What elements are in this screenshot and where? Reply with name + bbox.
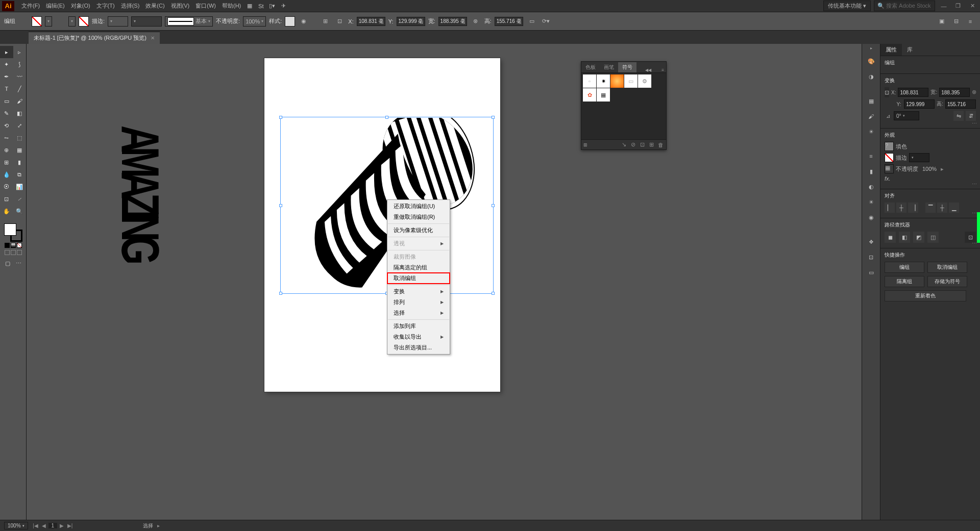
gradient-panel-icon[interactable]: ▮ <box>865 165 877 178</box>
panel-menu-icon[interactable]: ≡ <box>659 68 666 72</box>
transparency-icon[interactable]: ◐ <box>865 181 877 193</box>
isolate-icon[interactable]: ▣ <box>936 16 947 27</box>
place-symbol-icon[interactable]: ↘ <box>620 141 627 148</box>
next-artboard[interactable]: ▶ <box>58 523 65 528</box>
symbols-icon[interactable]: ☀ <box>865 125 877 138</box>
document-tab[interactable]: 未标题-1 [已恢复]* @ 100% (RGB/GPU 预览) ✕ <box>29 32 160 44</box>
menu-view[interactable]: 视图(V) <box>168 1 193 11</box>
hand-tool[interactable]: ✋ <box>0 205 13 217</box>
fx-label[interactable]: fx. <box>885 175 891 182</box>
artboard-tool[interactable]: ⊡ <box>0 193 13 205</box>
recolor-icon[interactable]: ◉ <box>298 16 309 27</box>
brushes-icon[interactable]: 🖌 <box>865 110 877 122</box>
brush-def[interactable]: 基本 <box>165 16 213 27</box>
free-transform-tool[interactable]: ⬚ <box>13 132 27 144</box>
symbol-item[interactable] <box>610 74 624 88</box>
menu-help[interactable]: 帮助(H) <box>219 1 244 11</box>
context-menu-item[interactable]: 设为像素级优化 <box>387 225 450 236</box>
opacity-value[interactable]: 100% <box>243 16 266 27</box>
pen-tool[interactable]: ✒ <box>0 70 13 83</box>
symbol-item[interactable]: ▭ <box>624 74 638 88</box>
paintbrush-tool[interactable]: 🖌 <box>13 95 27 107</box>
prev-artboard[interactable]: ◀ <box>40 523 47 528</box>
lasso-tool[interactable]: ⟆ <box>13 58 27 70</box>
new-symbol-icon[interactable]: ⊞ <box>648 141 655 148</box>
mask-icon[interactable]: ⊟ <box>950 16 962 27</box>
libraries-tab[interactable]: 库 <box>902 44 918 56</box>
color-panel-icon[interactable]: 🎨 <box>865 55 877 67</box>
context-menu-item[interactable]: 添加到库 <box>387 321 450 332</box>
artboard-number[interactable]: 1 <box>48 523 58 528</box>
menu-select[interactable]: 选择(S) <box>118 1 143 11</box>
first-artboard[interactable]: |◀ <box>32 523 39 528</box>
tool-options[interactable]: ⋯ <box>13 257 24 269</box>
context-menu-item[interactable]: 重做取消编组(R) <box>387 212 450 222</box>
style-swatch[interactable] <box>285 16 295 27</box>
align-bottom[interactable]: ▁ <box>949 203 959 213</box>
symbol-item[interactable]: ✷ <box>597 74 610 88</box>
link-icon[interactable]: ⊗ <box>972 89 976 96</box>
symbol-item[interactable]: ▦ <box>597 88 610 102</box>
qa-recolor[interactable]: 重新着色 <box>885 290 966 301</box>
curvature-tool[interactable]: 〰 <box>13 70 27 83</box>
align-vcenter[interactable]: ┼ <box>937 203 947 213</box>
transform-more[interactable]: ⋯ <box>972 120 977 126</box>
panel-tab-swatches[interactable]: 色板 <box>581 62 600 72</box>
eraser-tool[interactable]: ◧ <box>13 107 27 119</box>
menu-type[interactable]: 文字(T) <box>93 1 118 11</box>
qa-ungroup[interactable]: 取消编组 <box>927 262 967 273</box>
window-minimize[interactable]: — <box>938 2 949 10</box>
none-mode[interactable] <box>17 243 22 248</box>
workspace-switcher[interactable]: 传统基本功能 ▾ <box>823 1 871 11</box>
symbol-lib-icon[interactable]: ⊞ <box>583 142 587 147</box>
pf-unite[interactable]: ◼ <box>885 232 896 243</box>
stroke-dropdown[interactable] <box>68 16 76 27</box>
fill-indicator[interactable]: ? <box>885 142 894 151</box>
ref-point[interactable]: ⊡ <box>885 87 889 97</box>
type-tool[interactable]: T <box>0 83 13 95</box>
menu-object[interactable]: 对象(O) <box>68 1 93 11</box>
window-restore[interactable]: ❐ <box>952 2 964 10</box>
artboards-icon[interactable]: ▭ <box>865 266 877 279</box>
symbol-options-icon[interactable]: ⊡ <box>639 141 646 148</box>
magic-wand-tool[interactable]: ✦ <box>0 58 13 70</box>
sel-handle-mr[interactable] <box>492 204 495 207</box>
stroke-indicator[interactable] <box>885 153 894 162</box>
context-menu-item[interactable]: 排列▶ <box>387 297 450 308</box>
sel-handle-tr[interactable] <box>492 116 495 119</box>
sel-handle-tc[interactable] <box>385 116 388 119</box>
appearance-icon[interactable]: ☀ <box>865 196 877 208</box>
rotate-tool[interactable]: ⟲ <box>0 119 13 132</box>
align-more[interactable]: ⋯ <box>972 210 977 216</box>
eyedropper-tool[interactable]: 💧 <box>0 168 13 181</box>
shaper-tool[interactable]: ✎ <box>0 107 13 119</box>
fill-dropdown[interactable] <box>45 16 52 27</box>
draw-behind[interactable] <box>11 250 16 255</box>
screen-mode[interactable]: ▢ <box>2 257 13 269</box>
gradient-tool[interactable]: ▮ <box>13 156 27 168</box>
pf-minus[interactable]: ◧ <box>899 232 910 243</box>
link-wh-icon[interactable]: ⊗ <box>470 16 481 27</box>
perspective-tool[interactable]: ▦ <box>13 144 27 156</box>
stroke-weight[interactable] <box>108 16 128 27</box>
pathfinder-more[interactable]: ⋯ <box>972 240 977 246</box>
panel-tab-brushes[interactable]: 画笔 <box>600 62 618 72</box>
zoom-tool[interactable]: 🔍 <box>13 205 27 217</box>
panel-collapse-icon[interactable]: ◀◀ <box>643 68 653 72</box>
symbol-sprayer-tool[interactable]: ⦿ <box>0 181 13 193</box>
search-stock[interactable]: 🔍 搜索 Adobe Stock <box>874 1 935 11</box>
draw-inside[interactable] <box>17 250 22 255</box>
break-link-icon[interactable]: ⊘ <box>629 141 636 148</box>
sel-handle-tl[interactable] <box>279 116 282 119</box>
column-graph-tool[interactable]: 📊 <box>13 181 27 193</box>
menu-edit[interactable]: 编辑(E) <box>43 1 68 11</box>
w-input[interactable] <box>438 17 467 26</box>
prop-y-input[interactable] <box>904 99 935 109</box>
prop-h-input[interactable] <box>945 99 976 109</box>
transform-icon[interactable]: ⟳▾ <box>541 16 552 27</box>
align-top[interactable]: ▔ <box>925 203 936 213</box>
fill-stroke-indicator[interactable] <box>4 223 22 242</box>
menu-effect[interactable]: 效果(C) <box>142 1 167 11</box>
shape-icon[interactable]: ▭ <box>526 16 537 27</box>
context-menu-item[interactable]: 还原取消编组(U) <box>387 201 450 212</box>
